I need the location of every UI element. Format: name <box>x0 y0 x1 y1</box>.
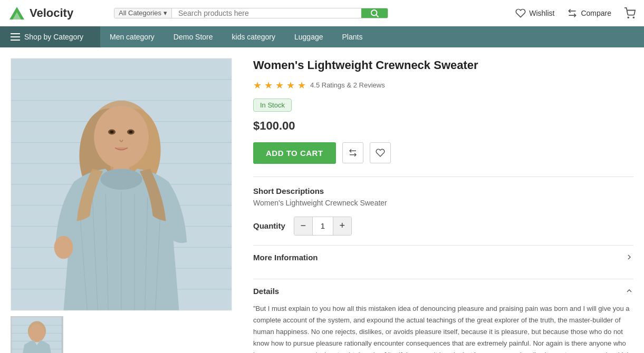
details-content: "But I must explain to you how all this … <box>253 303 633 353</box>
svg-point-30 <box>100 169 142 190</box>
divider-1 <box>253 177 633 177</box>
header: Velocity All Categories ▾ Wishlist Compa… <box>0 0 644 26</box>
short-descriptions: Short Descriptions Women's Lightweight C… <box>253 187 633 207</box>
logo-area: Velocity <box>8 5 114 22</box>
svg-point-4 <box>628 17 629 18</box>
quantity-row: Quantity − 1 + <box>253 217 633 236</box>
compare-label: Compare <box>581 9 611 17</box>
heart-icon <box>376 148 385 158</box>
wishlist-link[interactable]: Wishlist <box>515 8 554 18</box>
nav-item-luggage-label: Luggage <box>294 33 323 41</box>
star-rating: ★ ★ ★ ★ ★ <box>253 80 306 91</box>
quantity-increase-button[interactable]: + <box>333 217 351 235</box>
thumbnail-img-1 <box>12 317 62 353</box>
compare-icon <box>348 148 358 158</box>
add-to-cart-button[interactable]: ADD TO CART <box>253 142 336 164</box>
compare-button[interactable] <box>342 142 363 163</box>
svg-point-27 <box>110 131 114 133</box>
more-information-accordion: More Information <box>253 245 633 269</box>
nav-item-plants[interactable]: Plants <box>333 26 372 47</box>
quantity-value: 1 <box>312 217 333 235</box>
chevron-up-icon <box>625 287 633 295</box>
main-image <box>11 58 232 311</box>
quantity-controls: − 1 + <box>294 217 352 236</box>
nav-item-men-label: Men category <box>110 33 155 41</box>
svg-point-24 <box>94 106 149 169</box>
details-header[interactable]: Details <box>253 279 633 303</box>
star-4: ★ <box>286 80 295 91</box>
svg-rect-8 <box>11 40 20 41</box>
chevron-right-icon <box>625 253 633 261</box>
thumbnail-1[interactable] <box>11 316 63 353</box>
nav-item-demo-label: Demo Store <box>174 33 213 41</box>
quantity-label: Quantity <box>253 221 285 230</box>
cart-link[interactable] <box>624 7 636 19</box>
nav-item-plants-label: Plants <box>342 33 363 41</box>
nav-item-demo[interactable]: Demo Store <box>164 26 223 47</box>
short-description-text: Women's Lightweight Crewneck Sweater <box>253 199 633 207</box>
svg-line-3 <box>376 15 378 17</box>
quantity-decrease-button[interactable]: − <box>294 217 312 235</box>
shop-category-button[interactable]: Shop by Category <box>0 26 100 47</box>
svg-point-2 <box>371 10 377 16</box>
search-input[interactable] <box>172 8 361 18</box>
stock-badge: In Stock <box>253 99 292 112</box>
compare-link[interactable]: Compare <box>567 8 611 18</box>
main-content: Women's Lightweight Crewneck Sweater ★ ★… <box>0 47 644 353</box>
cart-icon <box>624 7 636 19</box>
compare-icon <box>567 8 578 18</box>
nav-item-kids-label: kids category <box>232 33 275 41</box>
star-2: ★ <box>264 80 273 91</box>
action-row: ADD TO CART <box>253 142 633 164</box>
rating-text: 4.5 Ratings & 2 Reviews <box>310 81 385 89</box>
search-button[interactable] <box>361 8 388 18</box>
product-title: Women's Lightweight Crewneck Sweater <box>253 58 633 73</box>
more-information-label: More Information <box>253 253 318 262</box>
svg-point-45 <box>29 324 45 342</box>
svg-rect-7 <box>11 36 20 37</box>
logo-text: Velocity <box>30 6 73 20</box>
category-label: All Categories <box>119 9 161 17</box>
short-descriptions-title: Short Descriptions <box>253 187 633 195</box>
wishlist-label: Wishlist <box>529 9 554 17</box>
rating-row: ★ ★ ★ ★ ★ 4.5 Ratings & 2 Reviews <box>253 80 633 91</box>
details-accordion: Details "But I must explain to you how a… <box>253 279 633 353</box>
svg-rect-6 <box>11 33 20 34</box>
heart-icon <box>515 8 526 18</box>
header-actions: Wishlist Compare <box>515 7 636 19</box>
more-information-header[interactable]: More Information <box>253 246 633 269</box>
product-images <box>11 58 232 353</box>
product-details: Women's Lightweight Crewneck Sweater ★ ★… <box>253 58 633 353</box>
svg-point-38 <box>54 236 73 259</box>
star-3: ★ <box>275 80 284 91</box>
logo-icon <box>8 5 25 22</box>
svg-point-5 <box>633 17 634 18</box>
svg-point-28 <box>129 131 132 133</box>
navbar: Shop by Category Men category Demo Store… <box>0 26 644 47</box>
nav-item-men[interactable]: Men category <box>100 26 164 47</box>
chevron-down-icon: ▾ <box>164 9 167 17</box>
star-half: ★ <box>297 80 306 91</box>
search-area: All Categories ▾ <box>114 8 388 18</box>
nav-item-kids[interactable]: kids category <box>223 26 285 47</box>
nav-items: Men category Demo Store kids category Lu… <box>100 26 372 47</box>
category-dropdown[interactable]: All Categories ▾ <box>114 8 172 18</box>
product-price: $100.00 <box>253 119 633 133</box>
star-1: ★ <box>253 80 262 91</box>
search-icon <box>370 8 379 18</box>
shop-category-label: Shop by Category <box>24 33 83 41</box>
details-label: Details <box>253 287 279 296</box>
product-image-svg <box>11 58 232 310</box>
thumbnail-row <box>11 316 232 353</box>
hamburger-icon <box>11 33 20 41</box>
nav-item-luggage[interactable]: Luggage <box>285 26 333 47</box>
wishlist-button[interactable] <box>370 142 391 163</box>
